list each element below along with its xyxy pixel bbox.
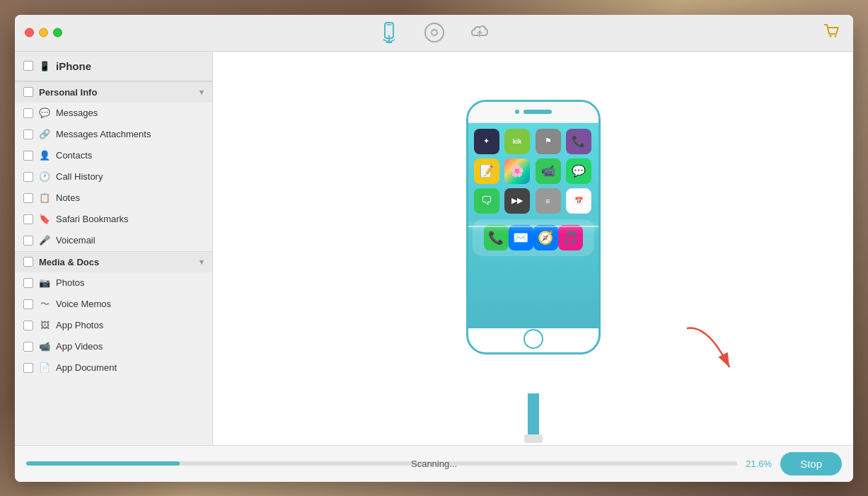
app-document-label: App Document	[56, 362, 204, 373]
bottom-left	[26, 461, 737, 466]
stop-button[interactable]: Stop	[780, 452, 842, 475]
main-window: 📱 iPhone Personal Info ▾ 💬 Messages 🔗 Me…	[15, 15, 853, 482]
phone-home-button	[523, 329, 543, 349]
messages-checkbox[interactable]	[23, 108, 33, 118]
app-icon-gray: ⚑	[536, 129, 561, 154]
app-icon-kik: kik	[504, 129, 530, 154]
app-icon-list: ≡	[536, 188, 561, 214]
photos-checkbox[interactable]	[23, 278, 33, 288]
arrow-indicator	[673, 318, 743, 388]
device-tab-icon[interactable]	[376, 20, 402, 45]
photo-icon: 📷	[39, 277, 50, 289]
main-panel: ✦ kik ⚑ 📞 📝 🌸 📹 💬 🗨 ▶▶ ≡ 📅	[213, 52, 853, 445]
main-content: 📱 iPhone Personal Info ▾ 💬 Messages 🔗 Me…	[15, 52, 853, 445]
device-checkbox[interactable]	[23, 61, 33, 71]
photos-label: Photos	[56, 277, 204, 288]
contacts-label: Contacts	[56, 150, 204, 161]
media-docs-header[interactable]: Media & Docs ▾	[15, 251, 212, 272]
phone-screen: ✦ kik ⚑ 📞 📝 🌸 📹 💬 🗨 ▶▶ ≡ 📅	[468, 123, 598, 328]
media-docs-label: Media & Docs	[39, 257, 194, 267]
app-icon-whatsapp: 💬	[566, 158, 591, 184]
close-button[interactable]	[25, 28, 34, 38]
dock-mail-icon: ✉️	[509, 225, 533, 250]
mic-icon: 🎤	[39, 235, 50, 246]
app-videos-label: App Videos	[56, 341, 204, 352]
personal-info-chevron: ▾	[199, 88, 204, 97]
sidebar: 📱 iPhone Personal Info ▾ 💬 Messages 🔗 Me…	[15, 52, 213, 445]
bookmark-icon: 🔖	[39, 214, 50, 225]
phone-dock: 📞 ✉️ 🧭 🎵	[473, 219, 594, 256]
notes-checkbox[interactable]	[23, 193, 33, 203]
svg-point-5	[835, 35, 837, 38]
app-icon-notes: 📝	[474, 158, 499, 184]
voicemail-checkbox[interactable]	[23, 236, 33, 246]
svg-point-3	[432, 30, 437, 35]
sidebar-item-photos[interactable]: 📷 Photos	[15, 272, 212, 294]
app-icon-photos: 🌸	[504, 158, 530, 184]
app-icon-video: ▶▶	[504, 188, 530, 214]
video-icon: 📹	[39, 341, 50, 352]
phone-cable	[528, 393, 539, 439]
paperclip-icon: 🔗	[39, 129, 50, 140]
personal-info-label: Personal Info	[39, 87, 194, 98]
voice-memos-checkbox[interactable]	[23, 299, 33, 309]
app-icon-calendar: 📅	[566, 188, 591, 214]
safari-label: Safari Bookmarks	[56, 214, 204, 224]
app-photos-label: App Photos	[56, 320, 204, 330]
progress-fill	[26, 461, 180, 466]
media-docs-checkbox[interactable]	[23, 257, 33, 267]
sidebar-item-app-photos[interactable]: 🖼 App Photos	[15, 315, 212, 336]
app-videos-checkbox[interactable]	[23, 342, 33, 352]
messages-attachments-checkbox[interactable]	[23, 129, 33, 139]
call-history-checkbox[interactable]	[23, 172, 33, 182]
sidebar-item-safari-bookmarks[interactable]: 🔖 Safari Bookmarks	[15, 209, 212, 230]
waveform-icon: 〜	[39, 299, 50, 310]
apps-grid: ✦ kik ⚑ 📞 📝 🌸 📹 💬 🗨 ▶▶ ≡ 📅	[468, 123, 598, 219]
titlebar	[15, 15, 853, 52]
cart-icon[interactable]	[822, 21, 842, 44]
maximize-button[interactable]	[53, 28, 62, 38]
scan-line	[468, 226, 598, 227]
sidebar-item-app-document[interactable]: 📄 App Document	[15, 357, 212, 379]
contacts-checkbox[interactable]	[23, 151, 33, 161]
sidebar-item-voice-memos[interactable]: 〜 Voice Memos	[15, 294, 212, 315]
phone-home-button-area	[468, 328, 598, 350]
messages-attachments-label: Messages Attachments	[56, 129, 204, 139]
svg-point-2	[425, 23, 444, 42]
safari-checkbox[interactable]	[23, 214, 33, 224]
phone-top-bar	[468, 102, 598, 123]
voice-memos-label: Voice Memos	[56, 299, 204, 309]
music-tab-icon[interactable]	[422, 20, 447, 45]
personal-info-checkbox[interactable]	[23, 87, 33, 97]
app-photo-icon: 🖼	[39, 320, 50, 331]
cloud-tab-icon[interactable]	[467, 20, 492, 45]
app-document-checkbox[interactable]	[23, 363, 33, 373]
notes-icon: 📋	[39, 192, 50, 204]
minimize-button[interactable]	[39, 28, 48, 38]
dock-phone-icon: 📞	[484, 225, 509, 250]
app-icon-viber: 📞	[566, 129, 591, 154]
sidebar-item-voicemail[interactable]: 🎤 Voicemail	[15, 230, 212, 251]
dock-safari-icon: 🧭	[533, 225, 558, 250]
traffic-lights	[25, 28, 62, 38]
app-icon-arrow: ✦	[474, 129, 499, 154]
sidebar-item-app-videos[interactable]: 📹 App Videos	[15, 336, 212, 357]
sidebar-item-messages-attachments[interactable]: 🔗 Messages Attachments	[15, 124, 212, 145]
call-history-label: Call History	[56, 171, 204, 182]
personal-info-header[interactable]: Personal Info ▾	[15, 81, 212, 103]
sidebar-item-contacts[interactable]: 👤 Contacts	[15, 145, 212, 166]
notes-label: Notes	[56, 192, 204, 203]
app-icon-messages: 🗨	[474, 188, 499, 214]
device-item[interactable]: 📱 iPhone	[15, 52, 212, 81]
dock-music-icon: 🎵	[558, 225, 583, 250]
progress-percent: 21.6%	[746, 458, 772, 469]
messages-label: Messages	[56, 108, 204, 118]
app-photos-checkbox[interactable]	[23, 321, 33, 330]
sidebar-item-call-history[interactable]: 🕐 Call History	[15, 166, 212, 188]
app-icon-facetime: 📹	[536, 158, 561, 184]
media-docs-chevron: ▾	[199, 258, 204, 267]
sidebar-item-messages[interactable]: 💬 Messages	[15, 103, 212, 124]
svg-point-4	[830, 35, 832, 38]
clock-icon: 🕐	[39, 171, 50, 183]
sidebar-item-notes[interactable]: 📋 Notes	[15, 188, 212, 209]
